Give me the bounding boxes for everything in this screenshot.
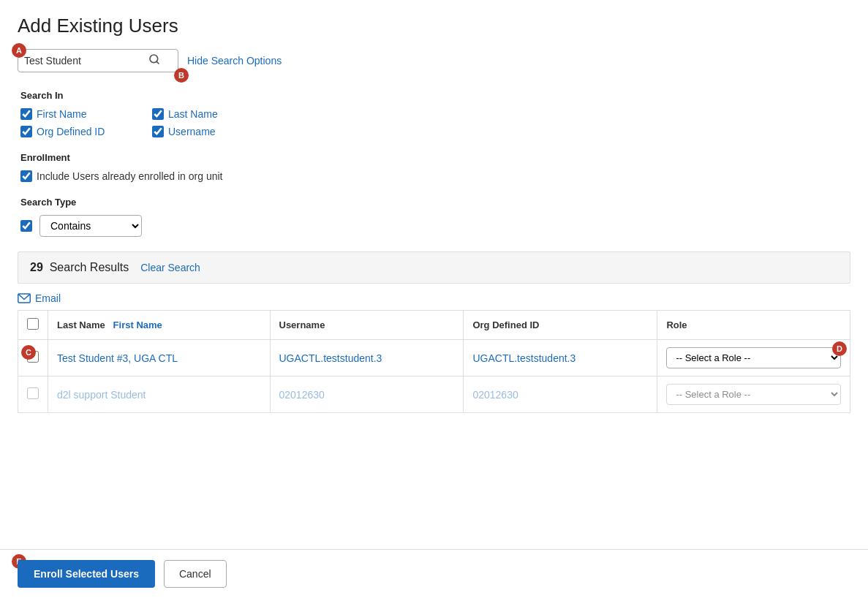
svg-line-1 bbox=[156, 61, 159, 64]
row1-role-cell: D -- Select a Role -- bbox=[657, 340, 850, 376]
table-row: C Test Student #3, UGA CTL UGACTL.testst… bbox=[18, 340, 850, 376]
first-name-sort-label[interactable]: First Name bbox=[113, 319, 162, 330]
row1-name-link[interactable]: Test Student #3, UGA CTL bbox=[57, 352, 178, 364]
row2-role-cell: -- Select a Role -- bbox=[657, 376, 850, 413]
badge-a: A bbox=[12, 43, 26, 58]
username-checkbox[interactable] bbox=[152, 126, 164, 137]
search-button[interactable] bbox=[148, 53, 160, 68]
first-name-checkbox-label[interactable]: First Name bbox=[20, 108, 152, 120]
table-header-row: Last Name First Name Username Org Define… bbox=[18, 311, 850, 340]
search-icon bbox=[148, 53, 160, 65]
select-all-header bbox=[18, 311, 48, 340]
email-action-row: Email bbox=[18, 292, 850, 304]
search-type-section: Search Type Contains Starts With Equals bbox=[20, 197, 850, 237]
search-type-row: Contains Starts With Equals bbox=[20, 215, 850, 237]
results-number: 29 bbox=[30, 261, 43, 273]
results-count: 29 Search Results bbox=[30, 261, 129, 274]
search-type-select[interactable]: Contains Starts With Equals bbox=[39, 215, 142, 237]
table-header: Last Name First Name Username Org Define… bbox=[18, 311, 850, 340]
badge-d: D bbox=[832, 341, 847, 356]
enrollment-section: Enrollment Include Users already enrolle… bbox=[20, 152, 850, 182]
row1-orgid-link[interactable]: UGACTL.teststudent.3 bbox=[472, 352, 575, 364]
clear-search-link[interactable]: Clear Search bbox=[140, 262, 200, 273]
include-enrolled-label[interactable]: Include Users already enrolled in org un… bbox=[20, 170, 850, 182]
row2-name-link[interactable]: d2l support Student bbox=[57, 389, 146, 401]
hide-search-options-link[interactable]: Hide Search Options bbox=[187, 55, 282, 67]
enrollment-label: Enrollment bbox=[20, 152, 850, 163]
include-enrolled-text: Include Users already enrolled in org un… bbox=[37, 170, 222, 182]
row2-orgid-link[interactable]: 02012630 bbox=[472, 389, 518, 401]
page-title: Add Existing Users bbox=[18, 15, 850, 37]
table-row: d2l support Student 02012630 02012630 --… bbox=[18, 376, 850, 413]
search-in-label: Search In bbox=[20, 90, 850, 101]
row2-username-link[interactable]: 02012630 bbox=[279, 389, 325, 401]
results-bar: 29 Search Results Clear Search bbox=[18, 251, 850, 284]
row2-username-cell: 02012630 bbox=[270, 376, 464, 413]
first-name-label: First Name bbox=[37, 108, 86, 120]
org-defined-id-label: Org Defined ID bbox=[37, 126, 105, 137]
search-bar-wrapper: A Test Student B bbox=[18, 49, 178, 72]
row1-username-cell: UGACTL.teststudent.3 bbox=[270, 340, 464, 376]
results-label: Search Results bbox=[50, 261, 129, 273]
username-label: Username bbox=[168, 126, 216, 137]
last-name-sort-label[interactable]: Last Name bbox=[57, 319, 105, 330]
org-defined-id-checkbox[interactable] bbox=[20, 126, 32, 137]
row1-role-select[interactable]: -- Select a Role -- bbox=[666, 347, 841, 368]
badge-c: C bbox=[21, 345, 36, 360]
email-link[interactable]: Email bbox=[35, 292, 61, 304]
last-name-col-header: Last Name First Name bbox=[48, 311, 271, 340]
search-in-section: Search In First Name Last Name Org Defin… bbox=[20, 90, 850, 137]
badge-b: B bbox=[174, 68, 189, 83]
search-type-label: Search Type bbox=[20, 197, 850, 208]
search-options-panel: Search In First Name Last Name Org Defin… bbox=[18, 81, 850, 237]
row2-select-cell bbox=[18, 376, 48, 413]
org-defined-id-checkbox-label[interactable]: Org Defined ID bbox=[20, 126, 152, 137]
row1-orgid-cell: UGACTL.teststudent.3 bbox=[464, 340, 657, 376]
row1-username-link[interactable]: UGACTL.teststudent.3 bbox=[279, 352, 382, 364]
email-icon bbox=[18, 293, 31, 303]
last-name-label: Last Name bbox=[168, 108, 218, 120]
role-col-header: Role bbox=[657, 311, 850, 340]
search-input-container: Test Student bbox=[18, 49, 178, 72]
username-checkbox-label[interactable]: Username bbox=[152, 126, 298, 137]
row2-name-cell: d2l support Student bbox=[48, 376, 271, 413]
search-in-checkboxes: First Name Last Name Org Defined ID User… bbox=[20, 108, 850, 137]
include-enrolled-checkbox[interactable] bbox=[20, 170, 32, 182]
row1-select-cell: C bbox=[18, 340, 48, 376]
row1-name-cell: Test Student #3, UGA CTL bbox=[48, 340, 271, 376]
org-defined-id-col-header: Org Defined ID bbox=[464, 311, 657, 340]
row2-checkbox[interactable] bbox=[27, 387, 39, 399]
users-table: Last Name First Name Username Org Define… bbox=[18, 310, 850, 413]
search-type-checkbox[interactable] bbox=[20, 220, 32, 232]
first-name-checkbox[interactable] bbox=[20, 108, 32, 120]
row2-orgid-cell: 02012630 bbox=[464, 376, 657, 413]
select-all-checkbox[interactable] bbox=[27, 318, 39, 330]
last-name-checkbox-label[interactable]: Last Name bbox=[152, 108, 298, 120]
row2-role-select[interactable]: -- Select a Role -- bbox=[666, 384, 841, 405]
username-col-header: Username bbox=[270, 311, 464, 340]
last-name-checkbox[interactable] bbox=[152, 108, 164, 120]
search-input[interactable]: Test Student bbox=[24, 55, 148, 67]
table-body: C Test Student #3, UGA CTL UGACTL.testst… bbox=[18, 340, 850, 413]
